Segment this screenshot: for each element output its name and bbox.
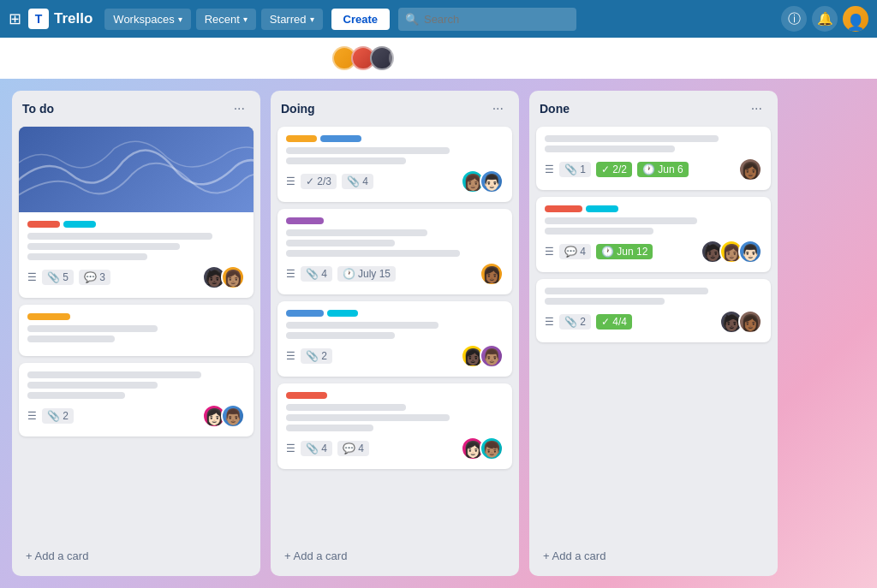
card-labels — [545, 205, 762, 212]
card-avatar: 👨🏽 — [480, 344, 504, 368]
label-blue — [320, 135, 361, 142]
board-more-button[interactable]: ··· — [837, 47, 865, 69]
card-labels — [286, 217, 504, 224]
search-wrapper: 🔍 — [398, 8, 638, 31]
card-avatars: 👩🏻 👨🏽 — [202, 404, 245, 428]
card-title-lines — [27, 371, 245, 399]
board-view-icon: ⊞ — [53, 52, 63, 65]
card-meta: ☰ 📎 2 ✓ 4/4 🧑🏿 👩🏾 — [545, 310, 762, 334]
card-labels — [27, 313, 245, 320]
board-title: Team board — [122, 50, 209, 68]
label-cyan — [586, 205, 618, 212]
title-line — [27, 253, 147, 260]
card-avatars: 👩🏾 — [738, 157, 762, 181]
title-line — [286, 147, 450, 154]
add-card-button-todo[interactable]: + Add a card — [19, 544, 254, 567]
workspaces-button[interactable]: Workspaces ▾ — [104, 9, 190, 30]
sidebar-toggle-button[interactable]: ‹ — [12, 46, 36, 70]
card-title-lines — [545, 217, 762, 235]
card-image — [19, 127, 254, 212]
card-labels — [286, 135, 504, 142]
list-done: Done ··· ☰ 📎 1 ✓ 2/2 🕐 Jun 6 👩🏾 — [529, 91, 778, 576]
list-doing-footer: + Add a card — [271, 539, 519, 576]
title-line — [545, 135, 719, 142]
list-doing-menu[interactable]: ··· — [487, 99, 509, 118]
board-view-button[interactable]: ⊞ Board ▾ — [45, 49, 114, 68]
info-button[interactable]: ⓘ — [781, 6, 807, 32]
card-title-lines — [545, 288, 762, 305]
trello-logo-icon: T — [28, 9, 49, 29]
starred-button[interactable]: Starred ▾ — [261, 9, 323, 30]
title-line — [27, 325, 158, 332]
list-icon: ☰ — [286, 175, 295, 187]
card-title-lines — [27, 233, 245, 260]
board-view-label: Board — [67, 52, 97, 65]
card-meta: ☰ ✓ 2/3 📎 4 👩🏽 👨🏻 — [286, 169, 504, 193]
list-doing: Doing ··· ☰ ✓ 2/3 📎 4 👩🏽 — [271, 91, 519, 576]
user-avatar-face: 👤 — [843, 6, 868, 32]
card-done-1[interactable]: ☰ 📎 1 ✓ 2/2 🕐 Jun 6 👩🏾 — [536, 127, 771, 190]
list-doing-cards: ☰ ✓ 2/3 📎 4 👩🏽 👨🏻 — [271, 123, 519, 539]
title-line — [27, 233, 212, 240]
list-icon: ☰ — [286, 268, 295, 280]
card-meta: ☰ 📎 4 💬 4 👩🏻 👦🏽 — [286, 437, 504, 460]
invite-button[interactable]: Invite — [421, 49, 472, 68]
attachments-badge: 📎 1 — [559, 162, 591, 177]
list-todo: To do ··· — [12, 91, 260, 576]
title-line — [27, 371, 201, 378]
add-card-button-doing[interactable]: + Add a card — [277, 544, 512, 567]
title-line — [286, 157, 406, 164]
title-line — [286, 332, 395, 339]
attachments-badge: 📎 2 — [42, 408, 74, 424]
title-line — [545, 146, 675, 152]
attachments-badge: 📎 2 — [301, 348, 332, 364]
title-line — [286, 229, 427, 236]
attachments-badge: 📎 2 — [559, 314, 591, 330]
more-members-button[interactable]: +3 — [389, 46, 413, 70]
attachments-badge: 📎 4 — [342, 174, 373, 189]
title-line — [545, 217, 697, 224]
title-line — [286, 240, 395, 246]
grid-icon[interactable]: ⊞ — [9, 9, 21, 28]
list-done-menu[interactable]: ··· — [746, 99, 767, 118]
user-avatar[interactable]: 👤 — [843, 6, 868, 32]
list-done-footer: + Add a card — [529, 539, 778, 576]
card-todo-1[interactable]: ☰ 📎 5 💬 3 🧑🏿 👩🏽 — [19, 127, 254, 298]
label-blue — [286, 310, 324, 317]
card-meta: ☰ 💬 4 🕐 Jun 12 🧑🏿 👩🏽 👨🏻 — [545, 240, 762, 264]
star-button[interactable]: ☆ — [217, 50, 229, 67]
list-todo-cards: ☰ 📎 5 💬 3 🧑🏿 👩🏽 — [12, 123, 260, 539]
card-avatars: 👩🏽 👨🏻 — [461, 169, 504, 193]
add-card-button-done[interactable]: + Add a card — [536, 544, 771, 567]
attachments-badge: 📎 5 — [42, 270, 74, 285]
board-body: To do ··· — [0, 79, 877, 588]
label-red — [27, 221, 60, 228]
card-done-2[interactable]: ☰ 💬 4 🕐 Jun 12 🧑🏿 👩🏽 👨🏻 — [536, 197, 771, 272]
card-todo-2[interactable] — [19, 305, 254, 356]
starred-caret: ▾ — [310, 15, 314, 24]
search-input[interactable] — [398, 8, 576, 31]
create-button[interactable]: Create — [331, 9, 390, 30]
notifications-button[interactable]: 🔔 — [812, 6, 838, 32]
workspace-button[interactable]: Acme, Inc. — [254, 49, 323, 68]
card-doing-4[interactable]: ☰ 📎 4 💬 4 👩🏻 👦🏽 — [277, 383, 512, 469]
title-line — [286, 404, 406, 411]
card-done-3[interactable]: ☰ 📎 2 ✓ 4/4 🧑🏿 👩🏾 — [536, 279, 771, 342]
card-doing-3[interactable]: ☰ 📎 2 👩🏿 👨🏽 — [277, 301, 512, 377]
list-todo-menu[interactable]: ··· — [229, 99, 250, 118]
label-red — [286, 392, 327, 399]
card-doing-1[interactable]: ☰ ✓ 2/3 📎 4 👩🏽 👨🏻 — [277, 127, 512, 202]
title-line — [286, 322, 438, 329]
list-icon: ☰ — [545, 316, 554, 328]
title-line — [27, 336, 115, 342]
recent-button[interactable]: Recent ▾ — [196, 9, 256, 30]
label-yellow — [286, 135, 317, 142]
trello-logo[interactable]: T Trello — [28, 9, 92, 29]
card-meta: ☰ 📎 1 ✓ 2/2 🕐 Jun 6 👩🏾 — [545, 157, 762, 181]
card-todo-3[interactable]: ☰ 📎 2 👩🏻 👨🏽 — [19, 363, 254, 437]
navbar: ⊞ T Trello Workspaces ▾ Recent ▾ Starred… — [0, 0, 877, 38]
card-title-lines — [545, 135, 762, 152]
label-purple — [286, 217, 324, 224]
list-todo-footer: + Add a card — [12, 539, 260, 576]
card-doing-2[interactable]: ☰ 📎 4 🕐 July 15 👩🏾 — [277, 209, 512, 294]
